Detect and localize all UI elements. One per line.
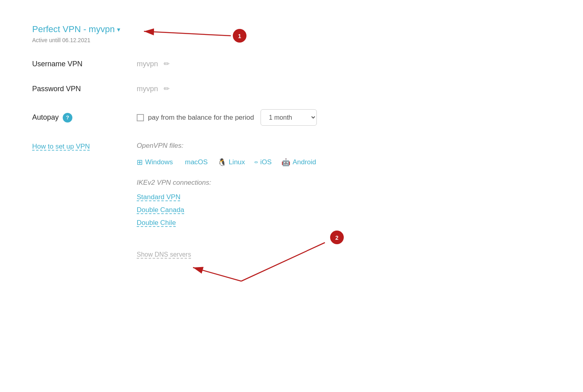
openvpn-label: OpenVPN files: [137,142,551,150]
android-link[interactable]: 🤖 Android [281,158,316,167]
android-icon: 🤖 [281,158,290,167]
ios-link[interactable]: iOS [255,158,271,166]
standard-vpn-link[interactable]: Standard VPN [137,193,551,201]
ios-icon [255,161,258,163]
windows-icon: ⊞ [137,158,143,167]
macos-link[interactable]: macOS [183,158,208,166]
linux-icon: 🐧 [218,158,226,167]
password-row: Password VPN myvpn ✏ [32,84,551,93]
vpn-title[interactable]: Perfect VPN - myvpn [32,24,115,35]
active-until-text: Active untill 06.12.2021 [32,37,551,43]
password-value: myvpn [137,85,158,93]
ios-label: iOS [260,158,271,166]
macos-label: macOS [185,158,208,166]
username-edit-icon[interactable]: ✏ [164,59,170,68]
os-links: ⊞ Windows macOS 🐧 Linux iOS 🤖 Andr [137,158,551,167]
password-label: Password VPN [32,85,137,93]
setup-vpn-link[interactable]: How to set up VPN [32,142,125,151]
password-edit-icon[interactable]: ✏ [164,84,170,93]
autopay-help-icon[interactable]: ? [63,113,72,122]
chevron-down-icon[interactable]: ▾ [117,26,120,33]
android-label: Android [293,158,316,166]
period-select[interactable]: 1 month 3 months 6 months 12 months [261,109,317,126]
username-row: Username VPN myvpn ✏ [32,59,551,68]
linux-link[interactable]: 🐧 Linux [218,158,245,167]
double-chile-link[interactable]: Double Chile [137,219,551,227]
autopay-row: Autopay ? pay from the balance for the p… [32,109,551,126]
dns-servers-link[interactable]: Show DNS servers [137,251,191,258]
setup-section: How to set up VPN OpenVPN files: ⊞ Windo… [32,142,551,258]
ikev2-label: IKEv2 VPN connections: [137,179,551,187]
ikev2-section: IKEv2 VPN connections: Standard VPN Doub… [137,179,551,227]
autopay-checkbox-label: pay from the balance for the period [148,114,254,122]
double-canada-link[interactable]: Double Canada [137,206,551,214]
username-value: myvpn [137,60,158,68]
username-label: Username VPN [32,60,137,68]
linux-label: Linux [229,158,245,166]
openvpn-section: OpenVPN files: ⊞ Windows macOS 🐧 Linux i… [137,142,551,258]
autopay-label: Autopay [32,113,59,122]
autopay-checkbox[interactable] [137,114,144,121]
windows-label: Windows [145,158,173,166]
windows-link[interactable]: ⊞ Windows [137,158,173,167]
